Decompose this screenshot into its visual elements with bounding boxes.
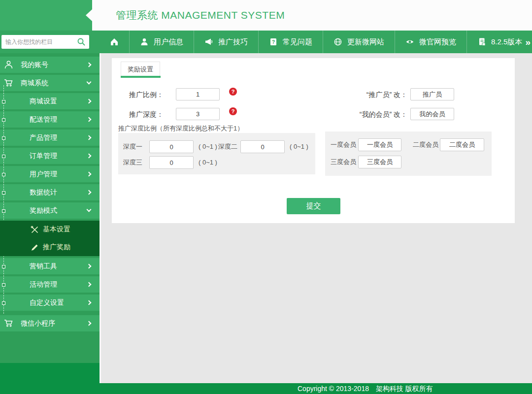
chevron-right-icon: [87, 172, 92, 177]
help-icon[interactable]: ?: [229, 107, 237, 115]
sidebar-item-activity-mgmt[interactable]: 活动管理: [0, 276, 100, 293]
rename-promoter-input[interactable]: [410, 88, 454, 100]
chevron-right-icon: [87, 264, 92, 269]
copyright-text: Copyright © 2013-2018 架构科技 版权所有: [298, 383, 433, 394]
nav-item-user-info[interactable]: 用户信息: [130, 31, 194, 53]
member-level-box: 一度会员 二度会员 三度会员: [325, 131, 492, 176]
reward-settings-panel: 奖励设置 推广比例： ? 推广深度： ? 推广深度比例（所有深度比例总和不大于1…: [112, 58, 515, 223]
sidebar-item-reward-mode[interactable]: 奖励模式: [0, 202, 100, 219]
sidebar-item-label: 产品管理: [0, 133, 57, 142]
page-title: 管理系统 MANAGEMENT SYSTEM: [116, 0, 285, 31]
promo-ratio-label: 推广比例：: [114, 89, 164, 101]
svg-text:?: ?: [272, 39, 275, 45]
cart-icon: [4, 78, 13, 88]
globe-icon: [333, 37, 342, 46]
nav-item-site-preview[interactable]: 微官网预览: [395, 31, 467, 53]
nav-item-home[interactable]: [100, 31, 130, 53]
sidebar-item-label: 奖励模式: [0, 206, 57, 215]
depth2-input[interactable]: [240, 140, 285, 153]
sidebar-search-cell: [0, 31, 100, 53]
sidebar-menu: 我的账号 商城系统 商城设置 配送管理 产品管理 订单管理 用户管理: [0, 53, 100, 394]
sidebar-item-label: 用户管理: [0, 170, 57, 179]
user-icon: [140, 37, 149, 46]
sidebar-item-label: 营销工具: [0, 262, 57, 271]
sidebar-item-my-account[interactable]: 我的账号: [0, 57, 100, 73]
depth2-label: 深度二: [218, 140, 237, 153]
depth1-input[interactable]: [149, 140, 194, 153]
nav-item-label: 用户信息: [154, 37, 183, 47]
sidebar-item-mall-system[interactable]: 商城系统: [0, 75, 100, 91]
search-input[interactable]: [5, 35, 73, 48]
app-header: 管理系统 MANAGEMENT SYSTEM: [92, 0, 532, 31]
faq-book-icon: ?: [269, 37, 278, 46]
promo-depth-input[interactable]: [176, 108, 220, 120]
sidebar-item-basic-settings[interactable]: 基本设置: [0, 221, 100, 238]
level2-label: 二度会员: [413, 138, 438, 151]
eye-icon: [405, 37, 414, 46]
nav-item-label: 微官网预览: [419, 37, 456, 47]
sidebar-item-promo-reward[interactable]: 推广奖励: [0, 238, 100, 256]
header-left-green-block: [0, 0, 92, 31]
level3-label: 三度会员: [331, 156, 356, 168]
sidebar-item-order-mgmt[interactable]: 订单管理: [0, 148, 100, 164]
sidebar-item-wechat-miniprogram[interactable]: 微信小程序: [0, 315, 100, 331]
level2-input[interactable]: [440, 138, 484, 151]
rename-member-input[interactable]: [410, 108, 454, 120]
level3-input[interactable]: [358, 156, 401, 168]
sidebar-item-marketing-tools[interactable]: 营销工具: [0, 258, 100, 274]
chevron-down-icon: [87, 80, 92, 85]
chevron-double-icon: »: [525, 37, 531, 47]
chevron-right-icon: [87, 63, 92, 67]
nav-item-label: 更新微网站: [347, 37, 384, 47]
sidebar-item-label: 数据统计: [0, 188, 57, 197]
sidebar-item-product-mgmt[interactable]: 产品管理: [0, 130, 100, 146]
sidebar-item-user-mgmt[interactable]: 用户管理: [0, 166, 100, 182]
depth2-range: ( 0~1 ): [290, 140, 308, 153]
depth3-label: 深度三: [123, 156, 142, 169]
main-content-area: 奖励设置 推广比例： ? 推广深度： ? 推广深度比例（所有深度比例总和不大于1…: [100, 53, 532, 383]
top-navbar: 用户信息 推广技巧 ? 常见问题 更新微网站 微官网预览 8.2.5版本 »: [100, 31, 532, 53]
chevron-right-icon: [87, 154, 92, 159]
depth-ratio-box: 深度一 ( 0~1 ) 深度二 ( 0~1 ) 深度三 ( 0~1 ): [118, 133, 315, 174]
sidebar-item-custom-settings[interactable]: 自定义设置: [0, 295, 100, 311]
depth-ratio-note: 推广深度比例（所有深度比例总和不大于1）: [118, 124, 243, 133]
tab-active-underline: [121, 76, 161, 78]
document-icon: [477, 37, 486, 46]
sidebar-item-data-stats[interactable]: 数据统计: [0, 184, 100, 200]
sidebar-item-mall-settings[interactable]: 商城设置: [0, 93, 100, 109]
sidebar-item-label: 推广奖励: [43, 243, 70, 252]
depth3-input[interactable]: [149, 156, 194, 169]
promo-ratio-input[interactable]: [176, 88, 220, 100]
nav-item-version[interactable]: 8.2.5版本 »: [467, 31, 532, 53]
submit-button[interactable]: 提交: [287, 198, 340, 214]
help-icon[interactable]: ?: [229, 88, 237, 96]
nav-item-update-site[interactable]: 更新微网站: [323, 31, 395, 53]
nav-item-label: 8.2.5版本: [491, 37, 522, 47]
chevron-right-icon: [87, 282, 92, 287]
depth1-label: 深度一: [123, 140, 142, 153]
chevron-right-icon: [87, 99, 92, 104]
level1-input[interactable]: [358, 138, 401, 151]
tab-reward-settings[interactable]: 奖励设置: [121, 62, 160, 76]
sidebar-item-label: 基本设置: [43, 225, 70, 234]
sidebar-item-label: 商城设置: [0, 97, 57, 106]
search-box: [1, 35, 89, 49]
sidebar-item-delivery-mgmt[interactable]: 配送管理: [0, 111, 100, 128]
page-footer: Copyright © 2013-2018 架构科技 版权所有: [0, 383, 532, 394]
rename-member-label: “我的会员” 改：: [338, 108, 407, 121]
sidebar-item-label: 订单管理: [0, 152, 57, 161]
tools-icon: [31, 226, 39, 234]
pen-icon: [31, 243, 39, 252]
home-icon: [110, 37, 119, 46]
chevron-right-icon: [87, 117, 92, 122]
sidebar-item-label: 配送管理: [0, 115, 57, 124]
chevron-right-icon: [87, 300, 92, 305]
nav-item-label: 常见问题: [283, 37, 312, 47]
nav-item-promo-tips[interactable]: 推广技巧: [194, 31, 259, 53]
depth1-range: ( 0~1 ): [199, 140, 217, 153]
search-icon[interactable]: [77, 37, 86, 46]
cart-icon: [4, 319, 13, 328]
chevron-down-icon: [87, 207, 92, 212]
nav-item-faq[interactable]: ? 常见问题: [259, 31, 323, 53]
user-outline-icon: [4, 60, 13, 69]
